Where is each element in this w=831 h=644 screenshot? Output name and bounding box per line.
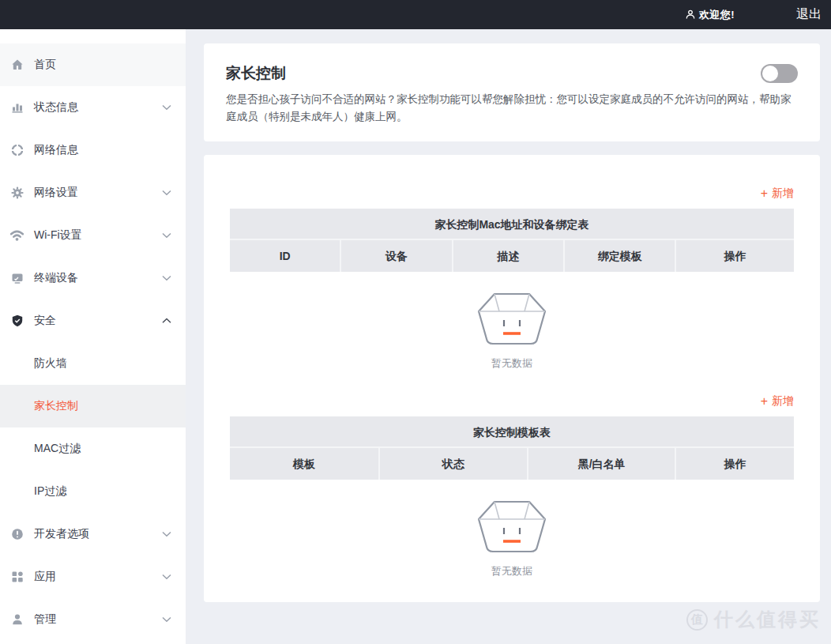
person-icon bbox=[10, 613, 24, 627]
sidebar-item-label: 管理 bbox=[34, 612, 56, 627]
sidebar-item-label: 应用 bbox=[34, 570, 56, 584]
sidebar-item-label: 状态信息 bbox=[34, 100, 78, 115]
sidebar-subitem-label: MAC过滤 bbox=[34, 442, 81, 456]
toggle-knob bbox=[762, 66, 778, 81]
welcome-area: 欢迎您! bbox=[686, 8, 735, 22]
chevron-down-icon bbox=[162, 275, 171, 281]
topbar: 欢迎您! 退出 bbox=[0, 0, 831, 29]
sidebar-item-network-info[interactable]: 网络信息 bbox=[0, 129, 186, 171]
globe-icon bbox=[10, 144, 24, 157]
sidebar-item-apps[interactable]: 应用 bbox=[0, 555, 186, 598]
user-icon bbox=[686, 9, 695, 20]
add-template-button[interactable]: + 新增 bbox=[761, 394, 794, 409]
empty-text: 暂无数据 bbox=[230, 564, 794, 578]
add-binding-button[interactable]: + 新增 bbox=[761, 186, 794, 201]
column-header-status: 状态 bbox=[380, 448, 528, 480]
sidebar-item-label: 网络设置 bbox=[34, 186, 78, 200]
watermark-text: 什么值得买 bbox=[714, 607, 821, 632]
sidebar-item-label: 终端设备 bbox=[34, 271, 78, 285]
welcome-text: 欢迎您! bbox=[699, 8, 735, 22]
chevron-up-icon bbox=[162, 318, 171, 324]
sidebar-item-label: 开发者选项 bbox=[34, 527, 89, 541]
sidebar-item-label: Wi-Fi设置 bbox=[34, 228, 82, 243]
sidebar-item-home[interactable]: 首页 bbox=[0, 43, 186, 86]
plus-icon: + bbox=[761, 395, 768, 408]
chevron-down-icon bbox=[162, 531, 171, 537]
shield-icon bbox=[10, 314, 24, 328]
column-header-description: 描述 bbox=[453, 240, 565, 272]
empty-text: 暂无数据 bbox=[230, 356, 794, 371]
empty-box-icon bbox=[474, 291, 550, 348]
sidebar-item-developer-options[interactable]: 开发者选项 bbox=[0, 513, 186, 555]
binding-table-header: ID 设备 描述 绑定模板 操作 bbox=[230, 240, 794, 272]
template-table: 家长控制模板表 模板 状态 黑/白名单 操作 bbox=[230, 416, 794, 578]
sidebar-item-wifi-settings[interactable]: Wi-Fi设置 bbox=[0, 214, 186, 257]
watermark-badge: 值 bbox=[686, 609, 708, 631]
sidebar-subitem-mac-filter[interactable]: MAC过滤 bbox=[0, 427, 186, 470]
sidebar-item-status-info[interactable]: 状态信息 bbox=[0, 86, 186, 129]
sidebar-subitem-firewall[interactable]: 防火墙 bbox=[0, 342, 186, 385]
column-header-template: 模板 bbox=[230, 448, 380, 480]
sidebar-subitem-label: IP过滤 bbox=[34, 484, 66, 499]
chevron-down-icon bbox=[162, 104, 171, 111]
sidebar-item-management[interactable]: 管理 bbox=[0, 598, 186, 641]
sidebar-item-security[interactable]: 安全 bbox=[0, 299, 186, 342]
page-title: 家长控制 bbox=[226, 63, 286, 84]
column-header-device: 设备 bbox=[341, 240, 453, 272]
chevron-down-icon bbox=[162, 190, 171, 196]
sidebar-subitem-label: 家长控制 bbox=[34, 399, 78, 413]
bar-chart-icon bbox=[10, 101, 24, 115]
main-content: 家长控制 您是否担心孩子访问不合适的网站？家长控制功能可以帮您解除担忧：您可以设… bbox=[186, 29, 831, 644]
sidebar-subitem-parental-control[interactable]: 家长控制 bbox=[0, 385, 186, 427]
parental-control-tables-card: + 新增 家长控制Mac地址和设备绑定表 ID 设备 描述 绑定模板 操作 bbox=[204, 155, 820, 602]
sidebar-item-label: 网络信息 bbox=[34, 143, 78, 157]
template-table-header: 模板 状态 黑/白名单 操作 bbox=[230, 448, 794, 480]
monitor-icon bbox=[10, 272, 24, 285]
parental-control-intro-card: 家长控制 您是否担心孩子访问不合适的网站？家长控制功能可以帮您解除担忧：您可以设… bbox=[204, 43, 820, 141]
sidebar-item-terminal-devices[interactable]: 终端设备 bbox=[0, 257, 186, 299]
column-header-bound-template: 绑定模板 bbox=[565, 240, 676, 272]
logout-button[interactable]: 退出 bbox=[796, 6, 822, 23]
gear-icon bbox=[10, 186, 24, 200]
binding-table-caption: 家长控制Mac地址和设备绑定表 bbox=[230, 209, 794, 240]
sidebar-subitem-label: 防火墙 bbox=[34, 356, 67, 371]
column-header-actions: 操作 bbox=[676, 448, 794, 480]
wifi-icon bbox=[10, 229, 24, 243]
template-table-caption: 家长控制模板表 bbox=[230, 416, 794, 448]
column-header-id: ID bbox=[230, 240, 341, 272]
page-description: 您是否担心孩子访问不合适的网站？家长控制功能可以帮您解除担忧：您可以设定家庭成员… bbox=[226, 91, 798, 126]
chevron-down-icon bbox=[162, 574, 171, 580]
sidebar-item-network-settings[interactable]: 网络设置 bbox=[0, 171, 186, 214]
empty-box-icon bbox=[474, 499, 550, 555]
sidebar-subitem-ip-filter[interactable]: IP过滤 bbox=[0, 470, 186, 513]
smzdm-watermark: 值 什么值得买 bbox=[686, 607, 821, 632]
apps-grid-icon bbox=[10, 571, 24, 584]
column-header-blacklist-whitelist: 黑/白名单 bbox=[528, 448, 677, 480]
add-template-label: 新增 bbox=[772, 394, 794, 409]
parental-control-toggle[interactable] bbox=[761, 64, 798, 83]
sidebar-item-label: 首页 bbox=[34, 58, 56, 72]
sidebar-item-label: 安全 bbox=[34, 314, 56, 328]
template-table-empty-state: 暂无数据 bbox=[230, 480, 794, 578]
binding-table: 家长控制Mac地址和设备绑定表 ID 设备 描述 绑定模板 操作 bbox=[230, 209, 794, 371]
add-binding-label: 新增 bbox=[772, 186, 794, 201]
exclamation-circle-icon bbox=[10, 528, 24, 541]
binding-table-empty-state: 暂无数据 bbox=[230, 272, 794, 371]
sidebar: 首页 状态信息 bbox=[0, 29, 186, 644]
plus-icon: + bbox=[761, 187, 768, 200]
column-header-actions: 操作 bbox=[676, 240, 794, 272]
home-icon bbox=[10, 58, 24, 72]
chevron-down-icon bbox=[162, 232, 171, 239]
chevron-down-icon bbox=[162, 616, 171, 623]
